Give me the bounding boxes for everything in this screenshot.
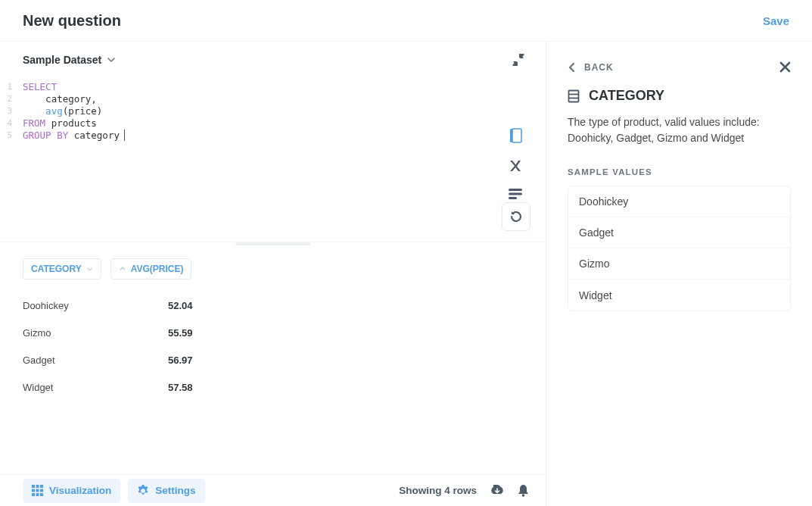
field-title-row: CATEGORY <box>568 88 791 104</box>
cell-category: Widget <box>23 382 168 393</box>
table-row[interactable]: Gadget56.97 <box>23 346 523 373</box>
database-name: Sample Dataset <box>23 54 101 66</box>
results-area: CATEGORYAVG(PRICE) Doohickey52.04Gizmo55… <box>0 245 546 474</box>
field-description: The type of product, valid values includ… <box>568 114 779 146</box>
data-reference-button[interactable] <box>509 128 522 143</box>
svg-rect-4 <box>509 193 522 195</box>
field-detail-panel: BACK CATEGORY The type of product, valid… <box>546 42 812 506</box>
svg-rect-3 <box>509 189 522 191</box>
svg-rect-14 <box>40 493 43 496</box>
data-reference-icon <box>509 128 522 143</box>
sample-values-list: DoohickeyGadgetGizmoWidget <box>568 186 791 311</box>
svg-point-15 <box>522 494 525 497</box>
chevron-down-icon <box>86 266 93 273</box>
editor-resize-handle[interactable] <box>0 242 546 245</box>
svg-rect-8 <box>40 485 43 488</box>
field-title: CATEGORY <box>589 88 664 104</box>
table-row[interactable]: Widget57.58 <box>23 373 523 401</box>
line-number: 1 <box>0 81 17 93</box>
svg-rect-9 <box>32 489 35 492</box>
sample-value-item[interactable]: Doohickey <box>568 186 790 217</box>
sample-values-heading: SAMPLE VALUES <box>568 167 791 176</box>
cell-category: Gizmo <box>23 327 168 339</box>
sort-icon <box>119 265 126 273</box>
variable-icon <box>508 160 523 172</box>
snippet-icon <box>509 189 522 199</box>
svg-rect-18 <box>569 90 579 102</box>
snippets-button[interactable] <box>509 189 522 199</box>
table-row[interactable]: Gizmo55.59 <box>23 319 523 346</box>
chevron-down-icon <box>107 56 115 64</box>
back-button[interactable]: BACK <box>568 62 614 73</box>
alerts-button[interactable] <box>518 484 529 497</box>
svg-rect-10 <box>36 489 39 492</box>
cell-value: 57.58 <box>168 382 221 393</box>
cell-category: Doohickey <box>23 300 168 311</box>
line-number: 5 <box>0 130 17 142</box>
cell-value: 55.59 <box>168 327 221 339</box>
cell-category: Gadget <box>23 355 168 366</box>
visualization-label: Visualization <box>49 485 111 496</box>
sql-editor[interactable]: 12345 SELECT category, avg(price)FROM pr… <box>0 78 546 242</box>
main-pane: Sample Dataset 12345 SELECT category, av… <box>0 42 546 506</box>
settings-button[interactable]: Settings <box>128 479 204 503</box>
save-button[interactable]: Save <box>763 14 789 27</box>
sql-code[interactable]: SELECT category, avg(price)FROM products… <box>23 81 497 142</box>
variables-button[interactable] <box>508 160 523 172</box>
svg-rect-6 <box>32 485 35 488</box>
column-headers: CATEGORYAVG(PRICE) <box>0 258 546 287</box>
column-header-avg-price[interactable]: AVG(PRICE) <box>110 258 192 280</box>
svg-rect-2 <box>512 129 521 142</box>
contract-editor-button[interactable] <box>512 54 524 66</box>
run-query-button[interactable] <box>502 202 530 231</box>
native-query-editor: Sample Dataset 12345 SELECT category, av… <box>0 42 546 245</box>
sample-value-item[interactable]: Widget <box>568 280 790 311</box>
close-panel-button[interactable] <box>779 61 791 73</box>
line-number: 2 <box>0 93 17 105</box>
line-gutter: 12345 <box>0 78 17 242</box>
back-label: BACK <box>584 62 614 73</box>
svg-rect-5 <box>509 197 517 199</box>
bottom-bar: Visualization Settings Showing 4 rows <box>0 474 546 506</box>
row-count: Showing 4 rows <box>399 485 477 496</box>
svg-rect-7 <box>36 485 39 488</box>
download-button[interactable] <box>490 485 504 497</box>
field-icon <box>568 89 580 103</box>
svg-rect-13 <box>36 493 39 496</box>
refresh-icon <box>509 210 523 223</box>
chevron-left-icon <box>568 62 575 73</box>
column-label: AVG(PRICE) <box>131 264 184 274</box>
close-icon <box>779 61 791 73</box>
column-header-category[interactable]: CATEGORY <box>23 258 101 280</box>
sample-value-item[interactable]: Gadget <box>568 217 790 248</box>
cell-value: 56.97 <box>168 355 221 366</box>
visualization-button[interactable]: Visualization <box>23 479 120 503</box>
download-icon <box>490 485 504 497</box>
line-number: 4 <box>0 117 17 130</box>
bell-icon <box>518 484 529 497</box>
svg-rect-12 <box>32 493 35 496</box>
sample-value-item[interactable]: Gizmo <box>568 248 790 280</box>
svg-rect-11 <box>40 489 43 492</box>
results-table: Doohickey52.04Gizmo55.59Gadget56.97Widge… <box>0 287 546 401</box>
table-row[interactable]: Doohickey52.04 <box>23 292 523 319</box>
grid-icon <box>32 485 43 496</box>
page-title: New question <box>23 12 121 30</box>
contract-icon <box>512 54 524 66</box>
gear-icon <box>137 485 149 497</box>
line-number: 3 <box>0 105 17 117</box>
column-label: CATEGORY <box>31 264 82 274</box>
database-picker[interactable]: Sample Dataset <box>23 54 115 66</box>
top-bar: New question Save <box>0 0 812 42</box>
settings-label: Settings <box>155 485 195 496</box>
cell-value: 52.04 <box>168 300 221 311</box>
